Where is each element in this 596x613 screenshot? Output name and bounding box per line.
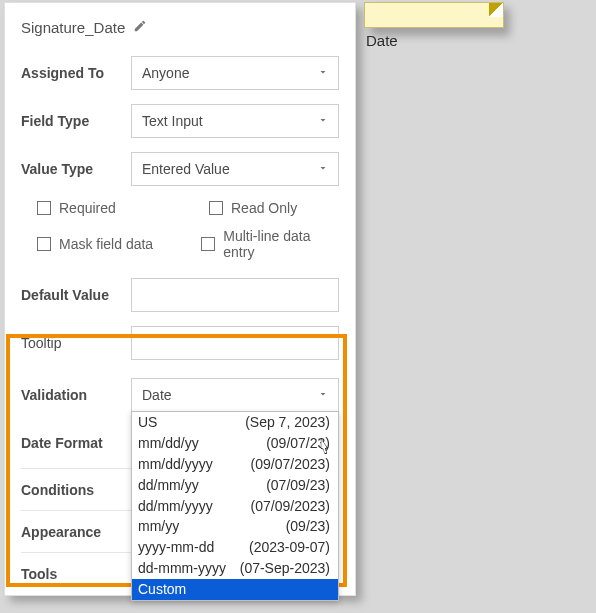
date-format-option[interactable]: dd/mm/yyyy (07/09/2023) (132, 496, 338, 517)
assigned-to-select[interactable]: Anyone (131, 56, 339, 90)
tooltip-label: Tooltip (21, 335, 131, 351)
date-format-option[interactable]: yyyy-mm-dd (2023-09-07) (132, 537, 338, 558)
date-format-label: Date Format (21, 435, 131, 451)
edit-name-icon[interactable] (133, 19, 147, 36)
assigned-to-value: Anyone (142, 65, 189, 81)
appearance-section[interactable]: Appearance (21, 524, 131, 540)
date-format-option[interactable]: mm/dd/yyyy (09/07/2023) (132, 454, 338, 475)
tooltip-input[interactable] (131, 326, 339, 360)
validation-label: Validation (21, 387, 131, 403)
default-value-input[interactable] (131, 278, 339, 312)
tools-section[interactable]: Tools (21, 566, 131, 582)
date-format-option[interactable]: mm/dd/yy (09/07/23) (132, 433, 338, 454)
date-format-option[interactable]: mm/yy (09/23) (132, 516, 338, 537)
pointer-cursor-icon (314, 437, 334, 459)
date-format-option[interactable]: US (Sep 7, 2023) (132, 412, 338, 433)
assigned-to-label: Assigned To (21, 65, 131, 81)
validation-value: Date (142, 387, 172, 403)
value-type-select[interactable]: Entered Value (131, 152, 339, 186)
required-checkbox[interactable] (37, 201, 51, 215)
date-format-option[interactable]: dd-mmm-yyyy (07-Sep-2023) (132, 558, 338, 579)
date-field-preview[interactable] (364, 2, 504, 28)
value-type-value: Entered Value (142, 161, 230, 177)
field-type-select[interactable]: Text Input (131, 104, 339, 138)
required-label: Required (59, 200, 116, 216)
multiline-label: Multi-line data entry (223, 228, 339, 260)
readonly-label: Read Only (231, 200, 297, 216)
mask-checkbox[interactable] (37, 237, 51, 251)
field-type-value: Text Input (142, 113, 203, 129)
field-type-label: Field Type (21, 113, 131, 129)
field-properties-panel: Signature_Date Assigned To Anyone Field … (4, 2, 356, 596)
field-name-text: Signature_Date (21, 19, 125, 36)
conditions-section[interactable]: Conditions (21, 482, 131, 498)
date-format-option-custom[interactable]: Custom (132, 579, 338, 600)
readonly-checkbox[interactable] (209, 201, 223, 215)
date-field-preview-label: Date (366, 32, 398, 49)
multiline-checkbox[interactable] (201, 237, 215, 251)
default-value-label: Default Value (21, 287, 131, 303)
value-type-label: Value Type (21, 161, 131, 177)
validation-select[interactable]: Date (131, 378, 339, 412)
date-format-dropdown: US (Sep 7, 2023) mm/dd/yy (09/07/23) mm/… (131, 411, 339, 601)
field-corner-icon (489, 3, 503, 17)
mask-label: Mask field data (59, 236, 153, 252)
date-format-option[interactable]: dd/mm/yy (07/09/23) (132, 475, 338, 496)
